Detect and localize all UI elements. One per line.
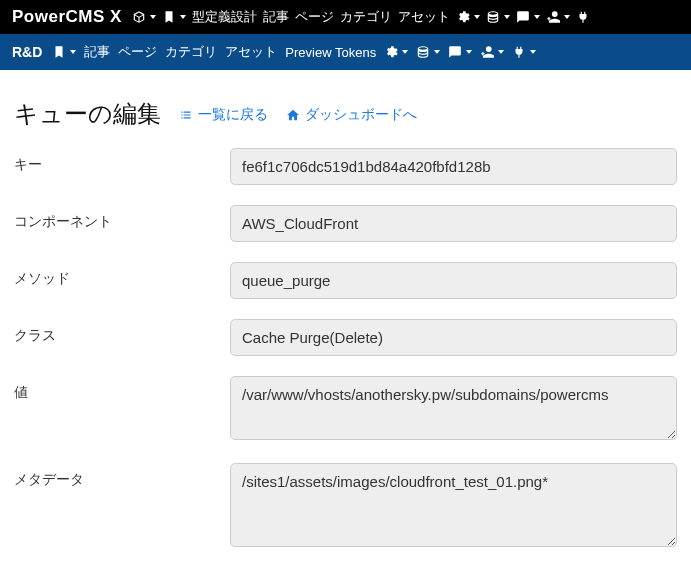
brand-logo[interactable]: PowerCMS X (12, 7, 122, 27)
page-header: キューの編集 一覧に戻る ダッシュボードへ (0, 70, 691, 148)
bookmark-sub-menu[interactable] (52, 45, 76, 59)
topnav-item-entry[interactable]: 記事 (263, 8, 289, 26)
user-top-menu[interactable] (546, 10, 570, 24)
subnav-item-category[interactable]: カテゴリ (165, 43, 217, 61)
gear-top-menu[interactable] (456, 10, 480, 24)
database-icon (416, 45, 430, 59)
dashboard-label: ダッシュボードへ (305, 106, 417, 124)
chat-icon (448, 45, 462, 59)
form-row-method: メソッド (14, 262, 677, 299)
subnav-item-page[interactable]: ページ (118, 43, 157, 61)
gear-sub-menu[interactable] (384, 45, 408, 59)
form-row-value: 値 (14, 376, 677, 443)
back-to-list-link[interactable]: 一覧に戻る (179, 106, 268, 124)
form-row-class: クラス (14, 319, 677, 356)
chat-top-menu[interactable] (516, 10, 540, 24)
database-icon (486, 10, 500, 24)
database-sub-menu[interactable] (416, 45, 440, 59)
label-value: 値 (14, 376, 230, 402)
form-row-component: コンポーネント (14, 205, 677, 242)
scope-label[interactable]: R&D (12, 44, 42, 60)
cube-icon (132, 10, 146, 24)
chat-sub-menu[interactable] (448, 45, 472, 59)
label-class: クラス (14, 319, 230, 345)
user-sub-menu[interactable] (480, 45, 504, 59)
home-icon (286, 108, 300, 122)
label-key: キー (14, 148, 230, 174)
user-plus-icon (480, 45, 494, 59)
label-component: コンポーネント (14, 205, 230, 231)
form-row-key: キー (14, 148, 677, 185)
subnav-item-entry[interactable]: 記事 (84, 43, 110, 61)
topnav-item-asset[interactable]: アセット (398, 8, 450, 26)
dashboard-link[interactable]: ダッシュボードへ (286, 106, 417, 124)
page-title: キューの編集 (14, 98, 161, 130)
input-component[interactable] (230, 205, 677, 242)
textarea-value[interactable] (230, 376, 677, 440)
topnav-item-page[interactable]: ページ (295, 8, 334, 26)
form-row-metadata: メタデータ (14, 463, 677, 550)
back-to-list-label: 一覧に戻る (198, 106, 268, 124)
plug-sub-menu[interactable] (512, 45, 536, 59)
label-metadata: メタデータ (14, 463, 230, 489)
cube-menu[interactable] (132, 10, 156, 24)
list-icon (179, 108, 193, 122)
subnav-item-asset[interactable]: アセット (225, 43, 277, 61)
bookmark-icon (52, 45, 66, 59)
user-plus-icon (546, 10, 560, 24)
topnav-item-model[interactable]: 型定義設計 (192, 8, 257, 26)
database-top-menu[interactable] (486, 10, 510, 24)
input-class[interactable] (230, 319, 677, 356)
topnav-item-category[interactable]: カテゴリ (340, 8, 392, 26)
navbar-sub: R&D 記事 ページ カテゴリ アセット Preview Tokens (0, 34, 691, 70)
plug-top-menu[interactable] (576, 10, 590, 24)
input-key[interactable] (230, 148, 677, 185)
chat-icon (516, 10, 530, 24)
plug-icon (576, 10, 590, 24)
form-area: キー コンポーネント メソッド クラス 値 メタデータ (0, 148, 691, 583)
bookmark-icon (162, 10, 176, 24)
navbar-top: PowerCMS X 型定義設計 記事 ページ カテゴリ アセット (0, 0, 691, 34)
label-method: メソッド (14, 262, 230, 288)
input-method[interactable] (230, 262, 677, 299)
plug-icon (512, 45, 526, 59)
bookmark-top-menu[interactable] (162, 10, 186, 24)
gear-icon (456, 10, 470, 24)
gear-icon (384, 45, 398, 59)
subnav-item-preview-tokens[interactable]: Preview Tokens (285, 45, 376, 60)
textarea-metadata[interactable] (230, 463, 677, 547)
